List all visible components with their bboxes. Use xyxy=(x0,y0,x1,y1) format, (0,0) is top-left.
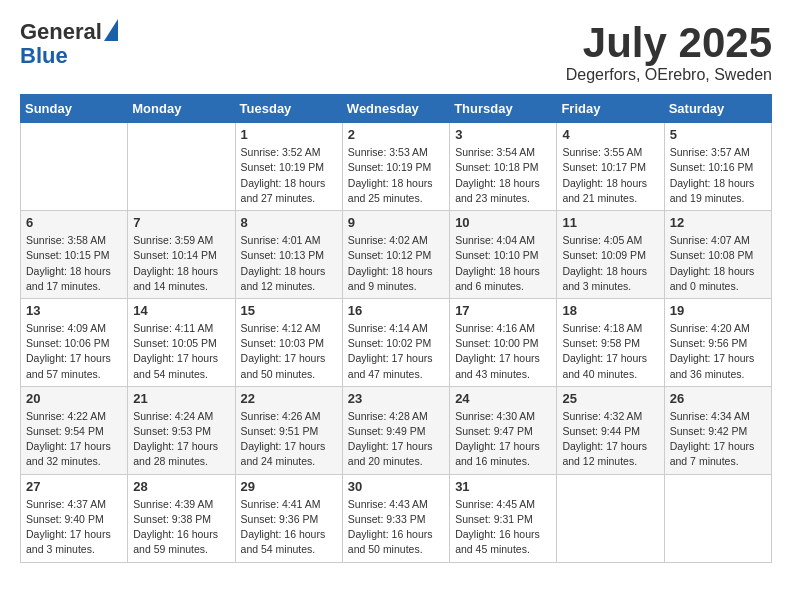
calendar-cell: 23Sunrise: 4:28 AMSunset: 9:49 PMDayligh… xyxy=(342,386,449,474)
calendar-cell xyxy=(557,474,664,562)
day-number: 11 xyxy=(562,215,658,230)
header-friday: Friday xyxy=(557,95,664,123)
calendar-cell: 31Sunrise: 4:45 AMSunset: 9:31 PMDayligh… xyxy=(450,474,557,562)
calendar-week-row: 6Sunrise: 3:58 AMSunset: 10:15 PMDayligh… xyxy=(21,211,772,299)
day-info: Sunrise: 4:04 AMSunset: 10:10 PMDaylight… xyxy=(455,233,551,294)
day-number: 28 xyxy=(133,479,229,494)
calendar-cell: 11Sunrise: 4:05 AMSunset: 10:09 PMDaylig… xyxy=(557,211,664,299)
calendar-cell: 25Sunrise: 4:32 AMSunset: 9:44 PMDayligh… xyxy=(557,386,664,474)
day-number: 9 xyxy=(348,215,444,230)
header-thursday: Thursday xyxy=(450,95,557,123)
calendar-week-row: 27Sunrise: 4:37 AMSunset: 9:40 PMDayligh… xyxy=(21,474,772,562)
day-info: Sunrise: 4:14 AMSunset: 10:02 PMDaylight… xyxy=(348,321,444,382)
calendar-cell: 1Sunrise: 3:52 AMSunset: 10:19 PMDayligh… xyxy=(235,123,342,211)
day-number: 1 xyxy=(241,127,337,142)
day-info: Sunrise: 4:07 AMSunset: 10:08 PMDaylight… xyxy=(670,233,766,294)
calendar-cell: 10Sunrise: 4:04 AMSunset: 10:10 PMDaylig… xyxy=(450,211,557,299)
day-info: Sunrise: 3:52 AMSunset: 10:19 PMDaylight… xyxy=(241,145,337,206)
calendar-cell: 16Sunrise: 4:14 AMSunset: 10:02 PMDaylig… xyxy=(342,298,449,386)
day-number: 10 xyxy=(455,215,551,230)
logo-blue: Blue xyxy=(20,44,68,68)
day-info: Sunrise: 4:41 AMSunset: 9:36 PMDaylight:… xyxy=(241,497,337,558)
calendar-cell: 26Sunrise: 4:34 AMSunset: 9:42 PMDayligh… xyxy=(664,386,771,474)
calendar-cell: 28Sunrise: 4:39 AMSunset: 9:38 PMDayligh… xyxy=(128,474,235,562)
header-sunday: Sunday xyxy=(21,95,128,123)
calendar-cell: 6Sunrise: 3:58 AMSunset: 10:15 PMDayligh… xyxy=(21,211,128,299)
day-number: 30 xyxy=(348,479,444,494)
day-info: Sunrise: 3:53 AMSunset: 10:19 PMDaylight… xyxy=(348,145,444,206)
day-number: 20 xyxy=(26,391,122,406)
day-number: 8 xyxy=(241,215,337,230)
calendar-cell: 3Sunrise: 3:54 AMSunset: 10:18 PMDayligh… xyxy=(450,123,557,211)
day-number: 16 xyxy=(348,303,444,318)
day-info: Sunrise: 4:01 AMSunset: 10:13 PMDaylight… xyxy=(241,233,337,294)
calendar-cell: 18Sunrise: 4:18 AMSunset: 9:58 PMDayligh… xyxy=(557,298,664,386)
logo: General Blue xyxy=(20,20,118,68)
calendar-cell: 15Sunrise: 4:12 AMSunset: 10:03 PMDaylig… xyxy=(235,298,342,386)
day-info: Sunrise: 4:05 AMSunset: 10:09 PMDaylight… xyxy=(562,233,658,294)
month-title: July 2025 xyxy=(566,20,772,66)
day-info: Sunrise: 4:28 AMSunset: 9:49 PMDaylight:… xyxy=(348,409,444,470)
day-info: Sunrise: 4:18 AMSunset: 9:58 PMDaylight:… xyxy=(562,321,658,382)
day-number: 18 xyxy=(562,303,658,318)
page-header: General Blue July 2025 Degerfors, OErebr… xyxy=(20,20,772,84)
day-number: 23 xyxy=(348,391,444,406)
header-tuesday: Tuesday xyxy=(235,95,342,123)
calendar-cell xyxy=(128,123,235,211)
location: Degerfors, OErebro, Sweden xyxy=(566,66,772,84)
calendar-cell: 19Sunrise: 4:20 AMSunset: 9:56 PMDayligh… xyxy=(664,298,771,386)
header-saturday: Saturday xyxy=(664,95,771,123)
calendar-header-row: SundayMondayTuesdayWednesdayThursdayFrid… xyxy=(21,95,772,123)
calendar-cell xyxy=(664,474,771,562)
day-info: Sunrise: 4:22 AMSunset: 9:54 PMDaylight:… xyxy=(26,409,122,470)
calendar-week-row: 13Sunrise: 4:09 AMSunset: 10:06 PMDaylig… xyxy=(21,298,772,386)
day-info: Sunrise: 4:16 AMSunset: 10:00 PMDaylight… xyxy=(455,321,551,382)
day-number: 24 xyxy=(455,391,551,406)
day-number: 25 xyxy=(562,391,658,406)
logo-triangle-icon xyxy=(104,19,118,41)
calendar-cell: 17Sunrise: 4:16 AMSunset: 10:00 PMDaylig… xyxy=(450,298,557,386)
day-number: 17 xyxy=(455,303,551,318)
day-number: 3 xyxy=(455,127,551,142)
header-monday: Monday xyxy=(128,95,235,123)
day-number: 5 xyxy=(670,127,766,142)
day-info: Sunrise: 3:54 AMSunset: 10:18 PMDaylight… xyxy=(455,145,551,206)
day-number: 26 xyxy=(670,391,766,406)
day-number: 22 xyxy=(241,391,337,406)
day-info: Sunrise: 4:02 AMSunset: 10:12 PMDaylight… xyxy=(348,233,444,294)
day-number: 29 xyxy=(241,479,337,494)
day-number: 14 xyxy=(133,303,229,318)
day-info: Sunrise: 3:58 AMSunset: 10:15 PMDaylight… xyxy=(26,233,122,294)
day-info: Sunrise: 4:24 AMSunset: 9:53 PMDaylight:… xyxy=(133,409,229,470)
day-number: 6 xyxy=(26,215,122,230)
calendar-cell: 30Sunrise: 4:43 AMSunset: 9:33 PMDayligh… xyxy=(342,474,449,562)
day-info: Sunrise: 4:20 AMSunset: 9:56 PMDaylight:… xyxy=(670,321,766,382)
day-info: Sunrise: 4:39 AMSunset: 9:38 PMDaylight:… xyxy=(133,497,229,558)
day-number: 13 xyxy=(26,303,122,318)
calendar-cell: 21Sunrise: 4:24 AMSunset: 9:53 PMDayligh… xyxy=(128,386,235,474)
day-number: 12 xyxy=(670,215,766,230)
day-info: Sunrise: 4:12 AMSunset: 10:03 PMDaylight… xyxy=(241,321,337,382)
calendar-cell: 13Sunrise: 4:09 AMSunset: 10:06 PMDaylig… xyxy=(21,298,128,386)
calendar-table: SundayMondayTuesdayWednesdayThursdayFrid… xyxy=(20,94,772,562)
day-info: Sunrise: 4:32 AMSunset: 9:44 PMDaylight:… xyxy=(562,409,658,470)
day-number: 2 xyxy=(348,127,444,142)
day-info: Sunrise: 3:59 AMSunset: 10:14 PMDaylight… xyxy=(133,233,229,294)
calendar-cell: 14Sunrise: 4:11 AMSunset: 10:05 PMDaylig… xyxy=(128,298,235,386)
day-info: Sunrise: 4:45 AMSunset: 9:31 PMDaylight:… xyxy=(455,497,551,558)
day-number: 19 xyxy=(670,303,766,318)
calendar-cell: 7Sunrise: 3:59 AMSunset: 10:14 PMDayligh… xyxy=(128,211,235,299)
calendar-week-row: 1Sunrise: 3:52 AMSunset: 10:19 PMDayligh… xyxy=(21,123,772,211)
day-number: 7 xyxy=(133,215,229,230)
calendar-cell: 4Sunrise: 3:55 AMSunset: 10:17 PMDayligh… xyxy=(557,123,664,211)
day-info: Sunrise: 4:11 AMSunset: 10:05 PMDaylight… xyxy=(133,321,229,382)
day-info: Sunrise: 4:30 AMSunset: 9:47 PMDaylight:… xyxy=(455,409,551,470)
header-wednesday: Wednesday xyxy=(342,95,449,123)
calendar-cell: 20Sunrise: 4:22 AMSunset: 9:54 PMDayligh… xyxy=(21,386,128,474)
day-number: 21 xyxy=(133,391,229,406)
day-info: Sunrise: 4:26 AMSunset: 9:51 PMDaylight:… xyxy=(241,409,337,470)
day-number: 31 xyxy=(455,479,551,494)
day-info: Sunrise: 4:43 AMSunset: 9:33 PMDaylight:… xyxy=(348,497,444,558)
day-info: Sunrise: 3:57 AMSunset: 10:16 PMDaylight… xyxy=(670,145,766,206)
calendar-cell: 5Sunrise: 3:57 AMSunset: 10:16 PMDayligh… xyxy=(664,123,771,211)
